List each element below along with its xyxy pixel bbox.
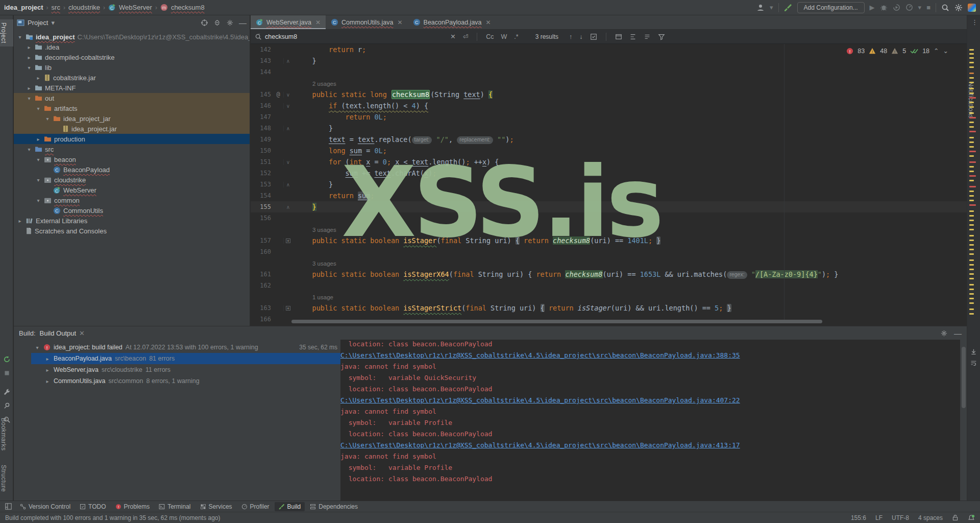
prev-problem-icon[interactable]: ⌃ (934, 47, 939, 55)
tool-window-button-todo[interactable]: TODO (76, 502, 110, 511)
tool-window-button-project[interactable]: Project (0, 19, 13, 46)
breadcrumb-item-checksum8[interactable]: checksum8 (171, 4, 205, 11)
readonly-lock-icon[interactable] (952, 514, 959, 521)
clear-search-icon[interactable]: ✕ (450, 33, 455, 40)
stripe-mark[interactable] (969, 244, 974, 246)
file-encoding[interactable]: UTF-8 (892, 514, 909, 521)
stripe-mark[interactable] (969, 88, 974, 89)
usages-inlay[interactable]: 2 usages (292, 78, 336, 89)
code-line[interactable]: 148∧ } (251, 123, 967, 134)
tool-window-button-profiler[interactable]: Profiler (237, 502, 274, 511)
stripe-mark[interactable] (969, 259, 974, 261)
close-tab-icon[interactable]: ✕ (315, 19, 321, 26)
stripe-mark[interactable] (969, 313, 974, 315)
code-line[interactable]: 163+ public static boolean isStagerStric… (251, 302, 967, 314)
run-with-coverage-icon[interactable] (893, 4, 900, 11)
tree-item-meta-inf[interactable]: ▸META-INF (14, 83, 250, 93)
add-configuration-button[interactable]: Add Configuration... (797, 2, 865, 13)
code-text[interactable]: } (292, 123, 333, 134)
tool-window-button-problems[interactable]: !Problems (111, 502, 154, 511)
stripe-mark[interactable] (969, 155, 974, 157)
search-icon[interactable] (255, 33, 262, 40)
usages-inlay[interactable]: 3 usages (292, 257, 336, 269)
stripe-mark[interactable] (969, 146, 974, 148)
code-text[interactable]: public static boolean isStagerX64(final … (292, 269, 838, 280)
tree-chevron-icon[interactable]: ▸ (26, 55, 32, 60)
tree-item-artifacts[interactable]: ▾artifacts (14, 103, 250, 113)
stripe-mark[interactable] (969, 249, 974, 250)
inspections-widget[interactable]: ! 83 ! 48 ! 5 18 ⌃ ⌄ (846, 47, 948, 55)
stripe-mark[interactable] (969, 137, 974, 138)
tree-chevron-icon[interactable]: ▸ (26, 44, 32, 50)
match-case-toggle[interactable]: Cc (486, 33, 494, 40)
breadcrumb-item-idea-project[interactable]: idea_project (4, 4, 43, 11)
status-message[interactable]: Build completed with 100 errors and 1 wa… (5, 514, 220, 521)
indent-setting[interactable]: 4 spaces (918, 514, 943, 521)
search-in-selection-icon[interactable] (629, 33, 636, 40)
tool-window-button-terminal[interactable]: Terminal (155, 502, 194, 511)
tree-chevron-icon[interactable]: ▾ (35, 157, 41, 162)
build-tree-row[interactable]: ▸CommonUtils.java src\common 8 errors, 1… (31, 375, 340, 387)
stripe-mark[interactable] (969, 49, 974, 51)
stripe-mark[interactable] (969, 264, 974, 266)
fold-marker-icon[interactable]: + (283, 238, 292, 244)
console-scrollbar[interactable] (962, 347, 966, 408)
rerun-build-icon[interactable] (2, 354, 11, 364)
stripe-mark[interactable] (969, 77, 974, 79)
horizontal-scrollbar[interactable] (291, 320, 822, 323)
code-text[interactable]: return r; (292, 44, 366, 55)
code-text[interactable]: return 0L; (292, 111, 387, 123)
stripe-mark[interactable] (969, 200, 974, 201)
tree-chevron-icon[interactable]: ▸ (44, 356, 51, 362)
stripe-mark[interactable] (969, 302, 974, 304)
build-tree-row[interactable]: ▾!idea_project: build failed At 12.07.20… (31, 342, 340, 353)
fold-marker-icon[interactable]: + (283, 305, 292, 311)
run-icon[interactable]: ▶ (870, 4, 875, 11)
build-hammer-icon[interactable] (784, 4, 792, 12)
tree-item-out[interactable]: ▾out (14, 93, 250, 103)
close-tab-icon[interactable]: ✕ (79, 329, 85, 337)
stripe-mark[interactable] (969, 97, 976, 99)
tree-chevron-icon[interactable]: ▸ (17, 218, 23, 224)
close-tab-icon[interactable]: ✕ (486, 19, 491, 26)
fold-marker-icon[interactable]: ∨ (283, 159, 292, 165)
user-dropdown-icon[interactable]: ▾ (770, 4, 773, 11)
stripe-mark[interactable] (969, 102, 974, 103)
tree-chevron-icon[interactable]: ▸ (35, 136, 41, 142)
usages-inlay[interactable]: 3 usages (292, 224, 336, 235)
code-line[interactable]: 147 return 0L; (251, 111, 967, 123)
next-occurrence-icon[interactable]: ↓ (579, 33, 582, 40)
breadcrumb-item-src[interactable]: src (52, 4, 60, 11)
collapse-all-icon[interactable] (213, 19, 221, 27)
tool-window-button-build[interactable]: Build (275, 502, 305, 511)
debug-icon[interactable] (880, 4, 888, 11)
console-file-link[interactable]: C:\Users\Test\Desktop\r1z\r1z@XSS_cobalt… (340, 440, 960, 451)
stripe-mark[interactable] (969, 73, 974, 74)
stripe-mark[interactable] (969, 161, 976, 163)
tree-chevron-icon[interactable]: ▾ (35, 198, 41, 203)
select-all-occurrences-icon[interactable] (590, 33, 597, 40)
scroll-to-end-icon[interactable] (970, 348, 977, 355)
tree-item-webserver[interactable]: CWebServer (14, 185, 250, 195)
search-everywhere-icon[interactable] (941, 4, 949, 12)
code-text[interactable]: public static long checksum8(String text… (292, 89, 493, 100)
words-toggle[interactable]: W (501, 33, 507, 40)
tree-item-src[interactable]: ▾src (14, 144, 250, 154)
notifications-bell-icon[interactable] (968, 514, 975, 521)
stripe-mark[interactable] (969, 278, 974, 279)
stripe-mark[interactable] (969, 210, 974, 212)
stripe-mark[interactable] (969, 195, 974, 197)
editor-more-options-icon[interactable]: ⋮ (971, 18, 978, 26)
stripe-mark[interactable] (969, 141, 974, 143)
stripe-mark[interactable] (969, 180, 974, 181)
stripe-mark[interactable] (969, 220, 974, 221)
fold-marker-icon[interactable]: ∨ (283, 92, 292, 98)
profiler-icon[interactable] (905, 4, 913, 11)
next-problem-icon[interactable]: ⌄ (943, 47, 948, 55)
code-line[interactable]: 149 text = text.replace(target: "/", rep… (251, 134, 967, 145)
tree-chevron-icon[interactable]: ▾ (17, 34, 23, 40)
build-tree-row[interactable]: ▸BeaconPayload.java src\beacon 81 errors (31, 353, 340, 364)
fold-marker-icon[interactable]: ∧ (283, 182, 292, 187)
stripe-mark[interactable] (969, 171, 974, 172)
user-account-icon[interactable] (756, 4, 765, 12)
